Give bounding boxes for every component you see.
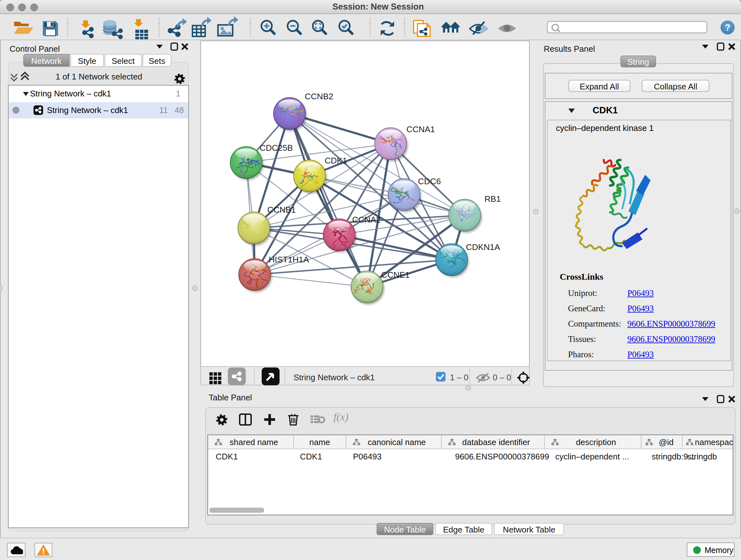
svg-text:CCNB2: CCNB2 — [305, 91, 333, 101]
svg-text:CCNA1: CCNA1 — [407, 125, 435, 134]
svg-text:HIST1H1A: HIST1H1A — [269, 255, 309, 264]
svg-text:CCNE1: CCNE1 — [381, 270, 410, 280]
svg-text:RB1: RB1 — [484, 194, 501, 204]
svg-text:CDK1: CDK1 — [325, 156, 347, 165]
svg-text:CDC25B: CDC25B — [260, 143, 293, 152]
svg-text:CDKN1A: CDKN1A — [466, 242, 500, 252]
svg-text:CCNA2: CCNA2 — [352, 215, 381, 225]
svg-text:1 of 1 Network selected: 1 of 1 Network selected — [56, 72, 142, 81]
svg-text:CDC6: CDC6 — [418, 177, 441, 186]
svg-text:CCNB1: CCNB1 — [267, 205, 296, 214]
